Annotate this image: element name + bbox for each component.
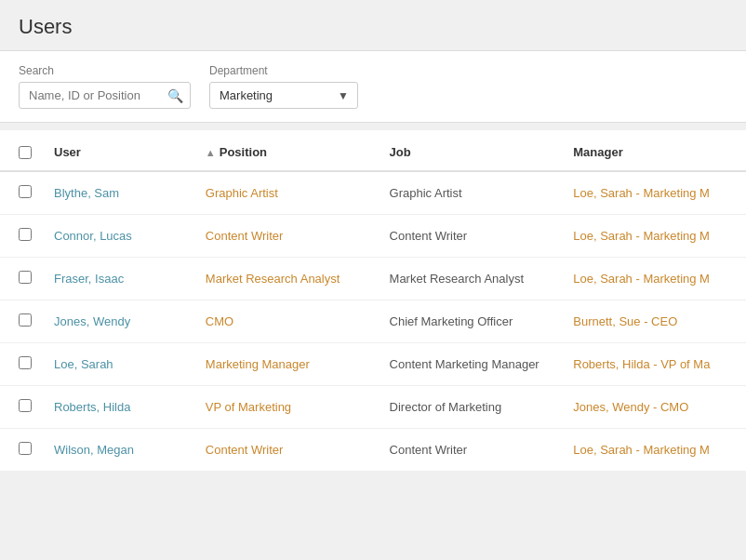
users-table-container: User ▲Position Job Manager Blythe, Sam G… [0, 130, 746, 471]
row-checkbox-cell [0, 171, 43, 215]
row-manager-3: Burnett, Sue - CEO [562, 300, 746, 343]
row-manager-0: Loe, Sarah - Marketing M [562, 171, 746, 215]
position-link-0[interactable]: Graphic Artist [206, 186, 278, 200]
dept-filter-group: Department Marketing All Departments HR … [209, 64, 358, 109]
select-all-checkbox[interactable] [19, 146, 32, 159]
row-checkbox-5[interactable] [19, 399, 32, 412]
user-link-1[interactable]: Connor, Lucas [54, 229, 132, 243]
row-user-0: Blythe, Sam [43, 171, 194, 215]
row-checkbox-1[interactable] [19, 228, 32, 241]
sort-asc-icon: ▲ [206, 147, 216, 158]
row-checkbox-4[interactable] [19, 356, 32, 369]
row-manager-5: Jones, Wendy - CMO [562, 386, 746, 429]
row-checkbox-2[interactable] [19, 271, 32, 284]
row-checkbox-cell [0, 215, 43, 258]
col-header-position[interactable]: ▲Position [194, 130, 379, 171]
position-link-4[interactable]: Marketing Manager [206, 357, 310, 371]
table-header-row: User ▲Position Job Manager [0, 130, 746, 171]
row-position-2: Market Research Analyst [194, 258, 379, 300]
row-manager-2: Loe, Sarah - Marketing M [562, 258, 746, 300]
dept-select-wrapper: Marketing All Departments HR Finance Eng… [209, 82, 358, 109]
users-table: User ▲Position Job Manager Blythe, Sam G… [0, 130, 746, 471]
position-link-2[interactable]: Market Research Analyst [206, 272, 340, 286]
table-row: Blythe, Sam Graphic Artist Graphic Artis… [0, 171, 746, 215]
row-checkbox-0[interactable] [19, 185, 32, 198]
row-checkbox-6[interactable] [19, 442, 32, 455]
row-position-1: Content Writer [194, 215, 379, 258]
position-link-1[interactable]: Content Writer [206, 229, 284, 243]
row-checkbox-3[interactable] [19, 313, 32, 327]
table-row: Roberts, Hilda VP of Marketing Director … [0, 386, 746, 429]
row-user-1: Connor, Lucas [43, 215, 194, 258]
row-job-4: Content Marketing Manager [379, 343, 563, 386]
header-checkbox-cell [0, 130, 43, 171]
search-input-wrapper: 🔍 [19, 82, 191, 109]
row-checkbox-cell [0, 258, 43, 300]
row-position-6: Content Writer [194, 429, 379, 472]
col-manager-label: Manager [573, 145, 622, 159]
position-link-5[interactable]: VP of Marketing [206, 400, 291, 414]
table-row: Fraser, Isaac Market Research Analyst Ma… [0, 258, 746, 300]
user-link-0[interactable]: Blythe, Sam [54, 186, 119, 200]
row-position-5: VP of Marketing [194, 386, 379, 429]
row-manager-4: Roberts, Hilda - VP of Ma [562, 343, 746, 386]
row-manager-6: Loe, Sarah - Marketing M [562, 429, 746, 472]
row-position-3: CMO [194, 300, 379, 343]
row-user-3: Jones, Wendy [43, 300, 194, 343]
table-row: Jones, Wendy CMO Chief Marketing Officer… [0, 300, 746, 343]
position-link-3[interactable]: CMO [206, 314, 233, 328]
row-job-3: Chief Marketing Officer [379, 300, 563, 343]
table-row: Loe, Sarah Marketing Manager Content Mar… [0, 343, 746, 386]
position-link-6[interactable]: Content Writer [206, 443, 284, 457]
row-job-2: Market Research Analyst [379, 258, 563, 300]
row-job-5: Director of Marketing [379, 386, 563, 429]
row-checkbox-cell [0, 300, 43, 343]
user-link-4[interactable]: Loe, Sarah [54, 357, 113, 371]
row-checkbox-cell [0, 343, 43, 386]
page-title: Users [0, 0, 746, 50]
filter-bar: Search 🔍 Department Marketing All Depart… [0, 50, 746, 123]
row-user-4: Loe, Sarah [43, 343, 194, 386]
table-row: Wilson, Megan Content Writer Content Wri… [0, 429, 746, 472]
row-position-0: Graphic Artist [194, 171, 379, 215]
row-user-6: Wilson, Megan [43, 429, 194, 472]
row-checkbox-cell [0, 429, 43, 472]
row-manager-1: Loe, Sarah - Marketing M [562, 215, 746, 258]
row-user-2: Fraser, Isaac [43, 258, 194, 300]
user-link-3[interactable]: Jones, Wendy [54, 314, 130, 328]
col-header-user: User [43, 130, 194, 171]
user-link-2[interactable]: Fraser, Isaac [54, 272, 124, 286]
search-filter-group: Search 🔍 [19, 64, 191, 109]
row-position-4: Marketing Manager [194, 343, 379, 386]
row-user-5: Roberts, Hilda [43, 386, 194, 429]
col-header-manager: Manager [562, 130, 746, 171]
user-link-6[interactable]: Wilson, Megan [54, 443, 134, 457]
col-user-label: User [54, 145, 81, 159]
row-checkbox-cell [0, 386, 43, 429]
search-icon: 🔍 [167, 88, 183, 103]
user-link-5[interactable]: Roberts, Hilda [54, 400, 130, 414]
table-body: Blythe, Sam Graphic Artist Graphic Artis… [0, 171, 746, 471]
col-header-job: Job [379, 130, 563, 171]
row-job-1: Content Writer [379, 215, 563, 258]
col-position-label: Position [220, 145, 267, 159]
row-job-0: Graphic Artist [379, 171, 563, 215]
col-job-label: Job [390, 145, 411, 159]
row-job-6: Content Writer [379, 429, 563, 472]
dept-select[interactable]: Marketing All Departments HR Finance Eng… [209, 82, 358, 109]
search-input[interactable] [19, 82, 191, 109]
dept-label: Department [209, 64, 358, 77]
search-label: Search [19, 64, 191, 77]
table-row: Connor, Lucas Content Writer Content Wri… [0, 215, 746, 258]
